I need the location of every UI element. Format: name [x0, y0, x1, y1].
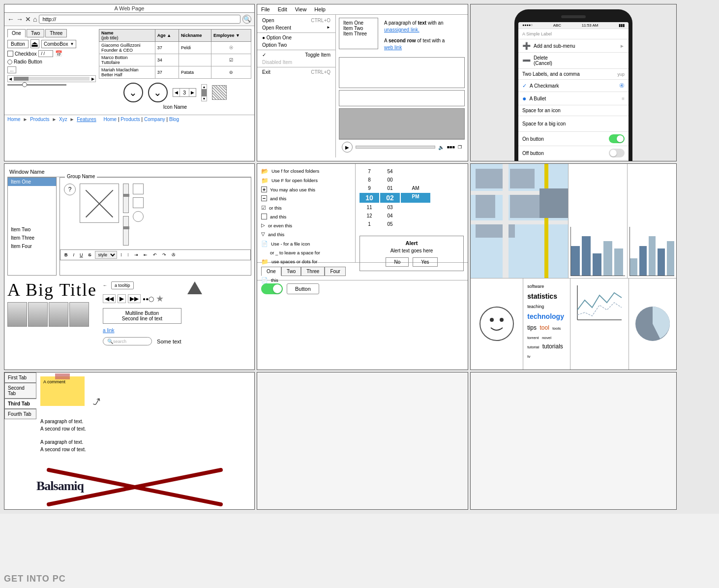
tab-three[interactable]: Three — [45, 29, 67, 37]
link-web[interactable]: web link — [384, 45, 402, 50]
rect-button-1[interactable] — [133, 184, 144, 194]
tab-two[interactable]: Two — [27, 29, 44, 37]
play-btn2[interactable]: ▶ — [118, 294, 126, 303]
item-three[interactable]: Item Three — [343, 31, 374, 36]
list-item-2[interactable] — [8, 186, 56, 225]
scroll-right-arrow[interactable]: ▶ — [90, 77, 95, 81]
tab-four-item[interactable]: Four — [325, 267, 346, 276]
col-employee[interactable]: Employee ▼ — [211, 30, 251, 42]
min-00[interactable]: 00 — [380, 176, 400, 184]
scroll-left-arrow[interactable]: ◀ — [8, 77, 13, 81]
checkmark-row[interactable]: ✓ A Checkmark ④ — [518, 80, 629, 92]
combobox-ctrl[interactable]: ComboBox ▼ — [41, 40, 76, 48]
rt-italic[interactable]: I — [71, 251, 77, 258]
ellipsis-button[interactable]: ... — [7, 66, 16, 73]
search-box[interactable]: 🔍 search — [103, 337, 152, 345]
scroll-down-arrow[interactable]: ▼ — [202, 96, 207, 101]
tab-one[interactable]: One — [7, 29, 26, 37]
toggle-off[interactable] — [609, 149, 625, 157]
bc2-company[interactable]: Company — [144, 117, 165, 122]
v-slider-thumb-1[interactable] — [123, 194, 129, 197]
menu-exit[interactable]: Exit CTRL+Q — [257, 68, 335, 76]
rt-undo[interactable]: ↶ — [151, 251, 159, 258]
button-ctrl[interactable]: Button — [7, 40, 29, 48]
two-labels-row[interactable]: Two Labels, and a comma yup — [518, 69, 629, 80]
down-circle-btn-2[interactable]: ⌄ — [148, 83, 168, 102]
forward-button[interactable]: → — [16, 15, 23, 23]
min-05[interactable]: 05 — [380, 220, 400, 228]
hour-1[interactable]: 1 — [360, 220, 379, 228]
min-02[interactable]: 02 — [380, 193, 400, 203]
hour-7[interactable]: 7 — [360, 168, 379, 175]
tab-first[interactable]: First Tab — [4, 372, 36, 383]
play-button[interactable]: ▶ — [342, 142, 353, 153]
hour-10[interactable]: 10 — [360, 193, 379, 203]
stepper-down[interactable]: ◀ — [173, 90, 180, 95]
bc1-products[interactable]: Products — [30, 117, 49, 122]
date-field[interactable]: / / — [38, 50, 53, 57]
col-age[interactable]: Age ▲ — [155, 30, 179, 42]
menu-open-recent[interactable]: Open Recent ► — [257, 24, 335, 31]
bc2-products[interactable]: Products — [120, 117, 140, 122]
rt-redo[interactable]: ↷ — [160, 251, 168, 258]
menu-open[interactable]: Open CTRL+O — [257, 17, 335, 24]
menu-toggle[interactable]: Toggle Item — [257, 51, 335, 59]
help-button[interactable]: ? — [64, 184, 76, 195]
hour-9[interactable]: 9 — [360, 185, 379, 192]
back-button[interactable]: ← — [7, 15, 14, 23]
style-select[interactable]: style — [95, 251, 117, 259]
rt-bold[interactable]: B — [62, 251, 70, 258]
tab-second[interactable]: Second Tab — [4, 383, 36, 399]
bullet-row[interactable]: ● A Bullet ≡ — [518, 92, 629, 105]
menu-option-one[interactable]: ● Option One — [257, 34, 335, 41]
menu-option-two[interactable]: Option Two — [257, 41, 335, 49]
tooltip-button[interactable]: a tooltip — [111, 281, 134, 289]
slider-handle[interactable] — [22, 82, 27, 87]
toggle-on[interactable] — [609, 134, 625, 143]
list-item-3[interactable]: Item Two — [8, 225, 56, 234]
volume-btn[interactable]: ●●◯ — [143, 296, 154, 302]
down-circle-btn-1[interactable]: ⌄ — [123, 83, 143, 102]
min-03[interactable]: 03 — [380, 204, 400, 211]
hour-8[interactable]: 8 — [360, 176, 379, 184]
slider[interactable] — [7, 84, 66, 86]
rt-list2[interactable]: ⁝ — [125, 251, 131, 258]
ffwd-btn[interactable]: ▶▶ — [128, 294, 141, 303]
menu-edit[interactable]: Edit — [278, 6, 287, 12]
bc2-blog[interactable]: Blog — [169, 117, 179, 122]
hour-11[interactable]: 11 — [360, 204, 379, 211]
hour-12[interactable]: 12 — [360, 212, 379, 219]
scroll-vthumb[interactable] — [202, 89, 207, 96]
alert-no-btn[interactable]: No — [386, 257, 409, 267]
close-button[interactable]: ✕ — [25, 15, 31, 23]
list-item-1[interactable]: Item One — [8, 178, 56, 186]
bc1-xyz[interactable]: Xyz — [59, 117, 67, 122]
rt-list1[interactable]: ⁞ — [119, 251, 124, 258]
fullscreen-icon[interactable]: ❐ — [458, 145, 462, 150]
scroll-up-arrow[interactable]: ▲ — [202, 85, 207, 89]
scroll-thumb[interactable] — [14, 77, 29, 81]
list-item-5[interactable]: Item Four — [8, 242, 56, 250]
checkbox-box[interactable] — [7, 51, 13, 57]
radio-circle[interactable] — [7, 60, 12, 64]
delete-row[interactable]: ➖ Delete(Cancel) — [518, 53, 629, 69]
item-one[interactable]: Item One — [343, 20, 374, 26]
rt-underline[interactable]: U — [78, 251, 85, 258]
v-slider-thumb-2[interactable] — [123, 226, 129, 229]
rewind-btn[interactable]: ◀◀ — [103, 294, 116, 303]
tab-three-item[interactable]: Three — [301, 267, 325, 276]
stepper[interactable]: ◀ 3 ▶ — [173, 88, 196, 97]
tab-third[interactable]: Third Tab — [4, 399, 36, 409]
tab-two-item[interactable]: Two — [281, 267, 301, 276]
bc1-features[interactable]: Features — [77, 117, 96, 122]
menu-help[interactable]: Help — [314, 6, 326, 12]
progress-bar[interactable] — [356, 146, 435, 149]
stepper-up[interactable]: ▶ — [189, 90, 196, 95]
alert-yes-btn[interactable]: Yes — [413, 257, 437, 267]
star-icon[interactable]: ★ — [156, 293, 164, 304]
multiline-button[interactable]: Multiline Button Second line of text — [103, 308, 181, 324]
v-slider-1[interactable] — [123, 184, 129, 213]
home-button[interactable]: ⌂ — [33, 15, 37, 23]
std-button[interactable]: Button — [287, 283, 319, 294]
vertical-scrollbar[interactable]: ▲ ▼ — [201, 84, 207, 101]
